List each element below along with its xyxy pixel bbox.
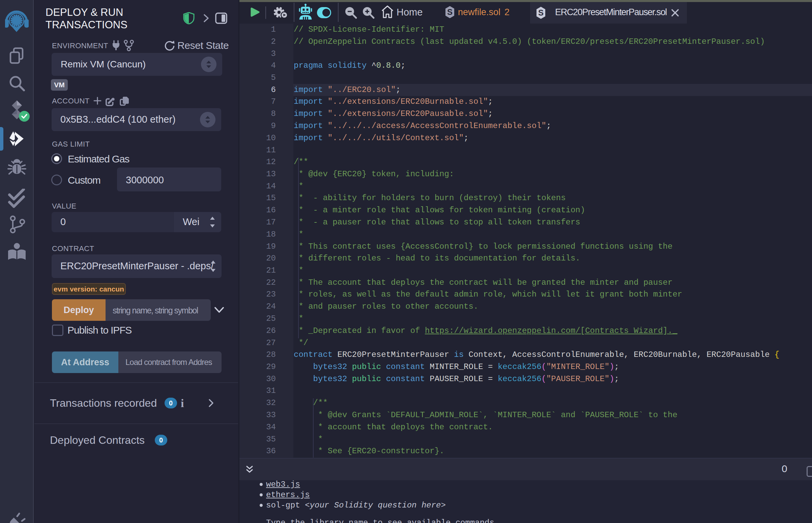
svg-text:S: S <box>538 8 544 17</box>
svg-text:S: S <box>447 7 453 17</box>
